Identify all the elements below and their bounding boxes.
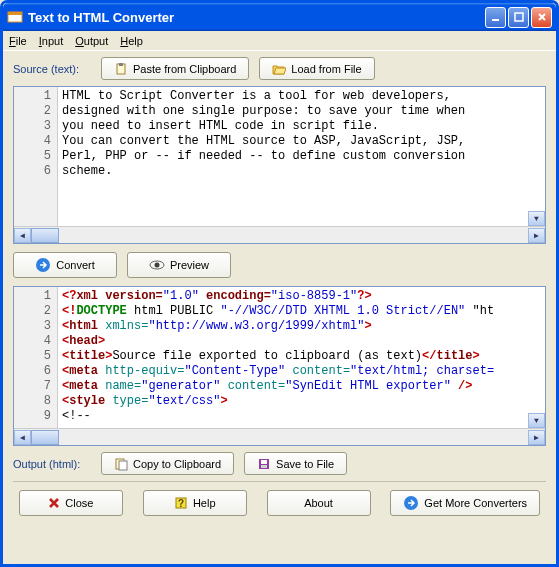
- close-window-button[interactable]: [531, 7, 552, 28]
- svg-rect-5: [119, 63, 123, 66]
- help-button[interactable]: ? Help: [143, 490, 247, 516]
- window-title: Text to HTML Converter: [28, 10, 485, 25]
- menu-help[interactable]: Help: [120, 35, 143, 47]
- output-code[interactable]: <?xml version="1.0" encoding="iso-8859-1…: [58, 287, 545, 428]
- scroll-right-icon[interactable]: ▶: [528, 228, 545, 243]
- help-icon: ?: [174, 496, 188, 510]
- convert-arrow-icon: [35, 257, 51, 273]
- output-gutter: 123 456 789: [14, 287, 58, 428]
- scroll-left-icon[interactable]: ◀: [14, 430, 31, 445]
- scroll-thumb[interactable]: [31, 430, 59, 445]
- svg-rect-2: [492, 19, 499, 21]
- minimize-button[interactable]: [485, 7, 506, 28]
- clipboard-icon: [114, 62, 128, 76]
- source-code[interactable]: HTML to Script Converter is a tool for w…: [58, 87, 545, 226]
- menubar: File Input Output Help: [3, 31, 556, 51]
- source-hscrollbar[interactable]: ◀ ▶: [14, 226, 545, 243]
- scroll-down-icon[interactable]: ▼: [528, 211, 545, 226]
- scroll-down-icon[interactable]: ▼: [528, 413, 545, 428]
- menu-input[interactable]: Input: [39, 35, 63, 47]
- output-label: Output (html):: [13, 458, 91, 470]
- svg-text:?: ?: [178, 498, 184, 509]
- scroll-thumb[interactable]: [31, 228, 59, 243]
- svg-rect-1: [8, 12, 22, 15]
- maximize-button[interactable]: [508, 7, 529, 28]
- svg-rect-10: [119, 461, 127, 470]
- output-hscrollbar[interactable]: ◀ ▶: [14, 428, 545, 445]
- output-editor[interactable]: 123 456 789 <?xml version="1.0" encoding…: [13, 286, 546, 446]
- clipboard-copy-icon: [114, 457, 128, 471]
- scroll-right-icon[interactable]: ▶: [528, 430, 545, 445]
- convert-arrow-icon: [403, 495, 419, 511]
- svg-rect-12: [261, 460, 267, 464]
- source-label: Source (text):: [13, 63, 91, 75]
- preview-button[interactable]: Preview: [127, 252, 231, 278]
- app-icon: [7, 9, 23, 25]
- copy-clipboard-button[interactable]: Copy to Clipboard: [101, 452, 234, 475]
- x-icon: [48, 497, 60, 509]
- about-button[interactable]: About: [267, 490, 371, 516]
- folder-open-icon: [272, 62, 286, 76]
- load-file-button[interactable]: Load from File: [259, 57, 374, 80]
- floppy-disk-icon: [257, 457, 271, 471]
- menu-file[interactable]: File: [9, 35, 27, 47]
- eye-icon: [149, 259, 165, 271]
- save-file-button[interactable]: Save to File: [244, 452, 347, 475]
- paste-clipboard-button[interactable]: Paste from Clipboard: [101, 57, 249, 80]
- scroll-left-icon[interactable]: ◀: [14, 228, 31, 243]
- svg-rect-3: [515, 13, 523, 21]
- svg-point-8: [154, 263, 159, 268]
- source-editor[interactable]: 123 456 HTML to Script Converter is a to…: [13, 86, 546, 244]
- menu-output[interactable]: Output: [75, 35, 108, 47]
- source-gutter: 123 456: [14, 87, 58, 226]
- titlebar: Text to HTML Converter: [3, 3, 556, 31]
- get-more-button[interactable]: Get More Converters: [390, 490, 540, 516]
- convert-button[interactable]: Convert: [13, 252, 117, 278]
- svg-rect-13: [261, 465, 267, 468]
- close-button[interactable]: Close: [19, 490, 123, 516]
